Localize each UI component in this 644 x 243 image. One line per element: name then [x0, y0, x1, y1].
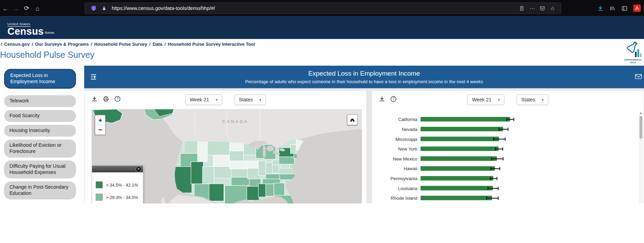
bar[interactable] — [421, 146, 499, 151]
state-sd[interactable] — [229, 151, 244, 161]
bar[interactable] — [421, 156, 497, 161]
legend-header[interactable]: × — [92, 166, 143, 172]
state-vt[interactable] — [290, 144, 296, 153]
breadcrumb-item[interactable]: Census.gov — [4, 42, 30, 46]
bar-chart-plot: CaliforniaNevadaMississippiNew YorkNew M… — [372, 114, 636, 203]
adobe-acrobat-extension-icon[interactable] — [633, 4, 641, 12]
page-actions-ellipsis-icon[interactable]: ⋯ — [529, 5, 535, 11]
state-nv[interactable] — [191, 162, 203, 184]
chart-week-dropdown[interactable]: Week 21 ▾ — [468, 95, 504, 105]
back-icon[interactable]: ← — [0, 5, 11, 12]
state-ks[interactable] — [231, 169, 248, 177]
tracking-protection-shield-icon[interactable] — [91, 5, 97, 11]
chevron-down-icon: ▾ — [498, 98, 500, 102]
bar-row-michigan[interactable]: Michigan — [372, 203, 636, 203]
bar-row-new-york[interactable]: New York — [372, 144, 636, 154]
bar-label: Rhode Island — [372, 196, 421, 200]
bar-row-rhode-island[interactable]: Rhode Island — [372, 193, 636, 203]
bar[interactable] — [421, 166, 495, 171]
zoom-out-button[interactable]: − — [95, 125, 105, 134]
browser-home-icon[interactable]: ⌂ — [32, 5, 43, 12]
email-envelope-icon[interactable] — [635, 74, 642, 79]
sidebar-toggle-icon[interactable] — [621, 5, 627, 11]
bar[interactable] — [421, 186, 493, 190]
breadcrumb-item[interactable]: Household Pulse Survey — [94, 42, 147, 46]
error-bar-cap — [514, 118, 514, 121]
bookmark-star-icon[interactable]: ☆ — [550, 5, 555, 11]
sidebar-item-food-scarcity[interactable]: Food Scarcity — [4, 110, 76, 122]
state-wv[interactable] — [272, 165, 279, 173]
chart-scrollbar[interactable]: ▲ ▼ — [638, 111, 643, 203]
bar[interactable] — [421, 127, 503, 131]
state-il[interactable] — [258, 161, 266, 176]
state-al[interactable] — [266, 184, 274, 196]
map-home-button[interactable] — [347, 114, 358, 125]
chart-geography-dropdown[interactable]: States ▾ — [517, 95, 548, 105]
state-ky[interactable] — [266, 174, 280, 179]
choropleth-map[interactable]: CANADA MEXICO Atlantic + − × — [92, 109, 362, 203]
state-ms[interactable] — [258, 184, 266, 197]
state-ut[interactable] — [203, 167, 214, 184]
state-la[interactable] — [247, 186, 259, 200]
breadcrumb-item[interactable]: Household Pulse Survey Interactive Tool — [168, 42, 255, 46]
sidebar-item-expected-loss[interactable]: Expected Loss in Employment Income — [4, 69, 76, 89]
error-bar-cap — [498, 128, 499, 131]
census-logo[interactable]: United States CensusBureau — [7, 19, 54, 36]
bar-label: Hawaii — [372, 166, 421, 171]
reload-icon[interactable]: ⟳ — [21, 4, 32, 12]
breadcrumb-item[interactable]: Data — [152, 42, 162, 46]
downloads-icon[interactable] — [597, 5, 604, 11]
state-ga[interactable] — [274, 183, 285, 195]
state-nm[interactable] — [209, 184, 224, 201]
bar[interactable] — [421, 137, 499, 141]
url-bar[interactable]: https://www.census.gov/data-tools/demo/h… — [85, 2, 561, 14]
bar-chart-card: ? Week 21 ▾ States ▾ CaliforniaNevadaMis… — [372, 90, 644, 203]
state-ok[interactable] — [231, 177, 250, 186]
scrollbar-thumb[interactable] — [639, 116, 642, 139]
bar[interactable] — [421, 196, 492, 200]
state-ia[interactable] — [246, 161, 258, 168]
sidebar-item-post-secondary[interactable]: Change in Post-Secondary Education — [4, 181, 76, 200]
state-co[interactable] — [214, 167, 232, 178]
chevron-down-icon: ▾ — [216, 98, 217, 102]
bar[interactable] — [421, 117, 510, 121]
bar-row-hawaii[interactable]: Hawaii — [372, 164, 636, 174]
bar-row-california[interactable]: California — [372, 114, 636, 124]
reader-view-icon[interactable] — [519, 5, 525, 11]
scroll-up-icon[interactable]: ▲ — [638, 112, 643, 114]
sidebar-item-housing-insecurity[interactable]: Housing Insecurity — [4, 125, 76, 137]
error-bar — [491, 158, 503, 159]
bar-row-mississippi[interactable]: Mississippi — [372, 134, 636, 144]
url-text[interactable]: https://www.census.gov/data-tools/demo/h… — [112, 5, 517, 11]
state-id[interactable] — [197, 141, 207, 162]
map-week-dropdown[interactable]: Week 21 ▾ — [185, 95, 222, 105]
state-wy[interactable] — [213, 155, 230, 166]
experimental-flask-icon — [624, 40, 643, 58]
error-bar-cap — [495, 147, 496, 151]
state-mt[interactable] — [207, 141, 229, 155]
breadcrumb-item[interactable]: Our Surveys & Programs — [35, 42, 89, 46]
error-bar — [498, 129, 507, 130]
legend-row: > 29.3% - 34.5% — [96, 194, 139, 201]
state-in[interactable] — [266, 163, 272, 174]
legend-close-icon[interactable]: × — [136, 166, 142, 173]
lock-icon[interactable] — [101, 5, 107, 11]
bar-row-louisiana[interactable]: Louisiana — [372, 184, 636, 194]
map-geography-dropdown[interactable]: States ▾ — [234, 95, 266, 105]
state-ne[interactable] — [229, 161, 247, 169]
error-bar-cap — [508, 128, 508, 131]
state-va[interactable] — [278, 168, 295, 174]
zoom-in-button[interactable]: + — [95, 115, 105, 125]
library-icon[interactable] — [610, 5, 616, 11]
sidebar-item-telework[interactable]: Telework — [4, 95, 76, 107]
sidebar-item-household-expenses[interactable]: Difficulty Paying for Usual Household Ex… — [4, 161, 76, 179]
forward-icon[interactable]: → — [11, 5, 21, 12]
bar-row-nevada[interactable]: Nevada — [372, 124, 636, 134]
error-bar-cap — [496, 177, 497, 180]
sidebar-item-eviction[interactable]: Likelihood of Eviction or Foreclosure — [4, 140, 76, 158]
bar-row-pennsylvania[interactable]: Pennsylvania — [372, 174, 636, 184]
state-pa[interactable] — [279, 157, 294, 164]
bar-row-new-mexico[interactable]: New Mexico — [372, 154, 636, 164]
bar[interactable] — [421, 176, 493, 180]
pocket-icon[interactable] — [540, 5, 545, 11]
